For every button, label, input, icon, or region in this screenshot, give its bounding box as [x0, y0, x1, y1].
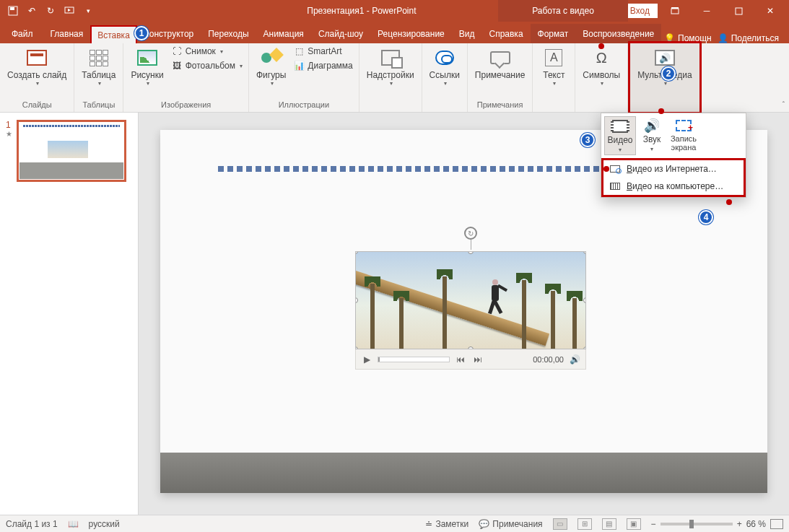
zoom-in-icon[interactable]: +	[737, 519, 742, 529]
resize-handle[interactable]	[468, 251, 474, 254]
zoom-out-icon[interactable]: −	[651, 519, 656, 529]
thumbnail-1[interactable]: 1 ★	[6, 120, 132, 182]
links-label: Ссылки	[430, 71, 460, 80]
video-frame[interactable]	[355, 251, 586, 349]
text-button[interactable]: A Текст	[537, 45, 570, 88]
slide-background-floor	[160, 453, 767, 493]
tab-help[interactable]: Справка	[481, 24, 530, 43]
spellcheck-icon[interactable]: 📖	[68, 519, 79, 529]
slide-thumbnails-pane[interactable]: 1 ★	[0, 113, 139, 515]
audio-dropdown-button[interactable]: 🔊 Звук▾	[636, 116, 668, 155]
screenshot-button[interactable]: ⛶Снимок	[170, 45, 244, 58]
resize-handle[interactable]	[355, 297, 358, 303]
addins-button[interactable]: Надстройки	[364, 45, 417, 88]
maximize-icon[interactable]	[724, 0, 753, 22]
table-icon	[87, 46, 110, 69]
annotation-2: 2	[661, 66, 676, 81]
collapse-ribbon-icon[interactable]: ˆ	[783, 101, 785, 109]
resize-handle[interactable]	[355, 346, 358, 349]
comment-label: Примечание	[475, 71, 525, 80]
normal-view-icon[interactable]: ▭	[553, 518, 567, 530]
zoom-slider[interactable]	[661, 523, 733, 526]
qat-customize-icon[interactable]: ▾	[79, 2, 97, 19]
tab-transitions[interactable]: Переходы	[201, 24, 256, 43]
rotate-handle-icon[interactable]	[464, 227, 477, 240]
slide-counter[interactable]: Слайд 1 из 1	[6, 519, 58, 529]
video-dropdown-button[interactable]: Видео▾	[604, 116, 636, 155]
save-icon[interactable]	[4, 2, 22, 19]
tab-animations[interactable]: Анимация	[256, 24, 311, 43]
group-tables-label: Таблицы	[82, 99, 115, 110]
tab-review[interactable]: Рецензирование	[370, 24, 452, 43]
annotation-dot	[603, 166, 609, 172]
links-button[interactable]: Ссылки	[427, 45, 463, 88]
zoom-thumb[interactable]	[689, 520, 694, 528]
symbols-button[interactable]: Ω Символы	[580, 45, 623, 88]
tab-playback[interactable]: Воспроизведение	[575, 24, 661, 43]
resize-handle[interactable]	[355, 251, 358, 254]
group-slides: Создать слайд Слайды	[0, 43, 74, 112]
group-links: Ссылки	[422, 43, 468, 112]
notes-button[interactable]: ≐ Заметки	[425, 519, 468, 529]
chart-button[interactable]: 📊Диаграмма	[292, 59, 354, 72]
zoom-control: − + 66 %	[651, 519, 783, 529]
sign-in-label: Вход	[630, 6, 650, 16]
pictures-button[interactable]: Рисунки	[128, 45, 166, 88]
screen-recording-button[interactable]: Запись экрана	[668, 116, 699, 155]
menu-video-on-pc[interactable]: Видео на компьютере…	[603, 178, 744, 195]
slideshow-view-icon[interactable]: ▣	[627, 518, 641, 530]
tab-format[interactable]: Формат	[531, 24, 576, 43]
tab-home-label: Главная	[51, 29, 84, 39]
resize-handle[interactable]	[583, 346, 586, 349]
new-slide-button[interactable]: Создать слайд	[4, 45, 69, 88]
time-label: 00:00,00	[533, 355, 564, 364]
resize-handle[interactable]	[583, 297, 586, 303]
language-button[interactable]: русский	[89, 519, 120, 529]
start-slideshow-icon[interactable]	[61, 2, 78, 19]
ribbon-display-options-icon[interactable]	[661, 0, 689, 22]
menu-online-video[interactable]: Видео из Интернета…	[603, 160, 744, 178]
reading-view-icon[interactable]: ▤	[602, 518, 616, 530]
tab-home[interactable]: Главная	[43, 24, 91, 43]
volume-icon[interactable]: 🔊	[568, 353, 581, 366]
new-slide-label: Создать слайд	[7, 71, 66, 80]
thumbnail-preview[interactable]	[17, 120, 126, 182]
svg-rect-6	[736, 8, 742, 14]
shapes-button[interactable]: Фигуры	[253, 45, 289, 88]
tab-slideshow[interactable]: Слайд-шоу	[311, 24, 370, 43]
slide-sorter-icon[interactable]: ⊞	[577, 518, 592, 530]
redo-icon[interactable]: ↻	[42, 2, 59, 19]
close-icon[interactable]: ✕	[756, 0, 785, 22]
minimize-icon[interactable]: ─	[692, 0, 721, 22]
tab-insert[interactable]: Вставка	[90, 25, 137, 43]
photo-album-button[interactable]: 🖼Фотоальбом	[170, 59, 244, 72]
rotate-connector	[471, 240, 471, 250]
step-forward-icon[interactable]: ⏭	[471, 353, 484, 366]
undo-icon[interactable]: ↶	[23, 2, 40, 19]
tab-file[interactable]: Файл	[4, 24, 40, 43]
title-text: Презентация1 - PowerPoint	[307, 6, 416, 16]
tab-view[interactable]: Вид	[452, 24, 482, 43]
tab-slideshow-label: Слайд-шоу	[318, 29, 363, 39]
share-button[interactable]: 👤Поделиться	[718, 33, 779, 43]
resize-handle[interactable]	[583, 251, 586, 254]
tab-animations-label: Анимация	[263, 29, 304, 39]
video-submenu: Видео из Интернета… Видео на компьютере…	[601, 158, 746, 197]
resize-handle[interactable]	[468, 346, 474, 349]
play-icon[interactable]: ▶	[360, 353, 373, 366]
group-images-label: Изображения	[161, 99, 211, 110]
comments-button[interactable]: 💬 Примечания	[479, 519, 542, 529]
comment-button[interactable]: Примечание	[472, 45, 528, 82]
fit-to-window-icon[interactable]	[770, 519, 783, 529]
group-slides-label: Слайды	[22, 99, 52, 110]
thumbnail-number: 1	[6, 120, 12, 130]
zoom-percent[interactable]: 66 %	[746, 519, 766, 529]
video-object[interactable]: ▶ ⏮ ⏭ 00:00,00 🔊	[355, 251, 586, 370]
smartart-button[interactable]: ⬚SmartArt	[292, 45, 354, 58]
media-dropdown-panel: Видео▾ 🔊 Звук▾ Запись экрана Видео из Ин…	[601, 113, 746, 198]
step-back-icon[interactable]: ⏮	[454, 353, 467, 366]
group-symbols: Ω Символы	[575, 43, 628, 112]
photo-album-icon: 🖼	[171, 60, 183, 71]
progress-slider[interactable]	[378, 357, 450, 362]
table-button[interactable]: Таблица	[79, 45, 118, 88]
